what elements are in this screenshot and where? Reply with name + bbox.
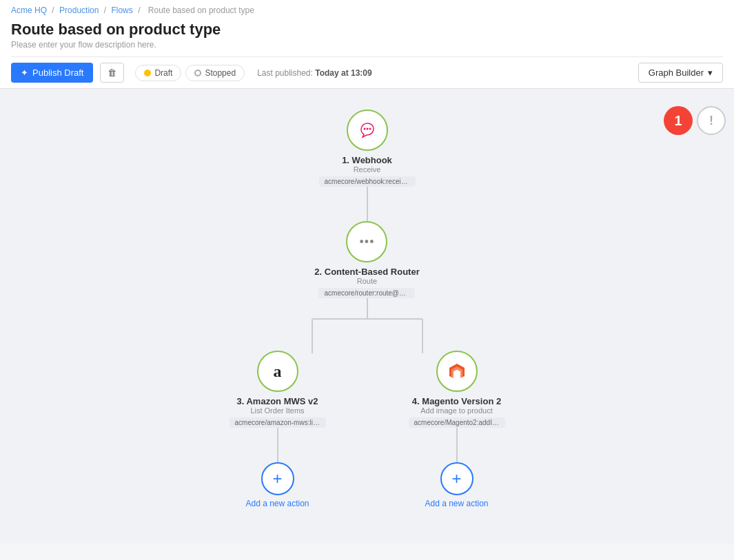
node-circle-router[interactable]: •••: [346, 221, 387, 262]
branch-lines-svg: [257, 298, 478, 353]
graph-builder-button[interactable]: Graph Builder ▾: [638, 63, 723, 83]
stopped-dot: [194, 70, 201, 76]
node-tag-magento: acmecore/Magento2:addIm...: [409, 417, 505, 428]
breadcrumb-sep3: /: [138, 6, 140, 15]
exclamation-icon: !: [709, 114, 713, 128]
node-webhook: 1. Webhook Receive acmecore/webhook:rece…: [319, 110, 416, 187]
node-router: ••• 2. Content-Based Router Route acmeco…: [314, 221, 419, 298]
connector-amazon: [277, 428, 278, 462]
node-sublabel-router: Route: [357, 277, 377, 285]
breadcrumb-flows[interactable]: Flows: [111, 6, 132, 15]
flow-container: 1. Webhook Receive acmecore/webhook:rece…: [0, 89, 734, 508]
node-tag-amazon: acmecore/amazon-mws:list...: [230, 417, 326, 428]
router-dots-icon: •••: [360, 235, 375, 249]
breadcrumb: Acme HQ / Production / Flows / Route bas…: [11, 0, 723, 18]
alert-badge[interactable]: 1: [664, 106, 693, 135]
add-label-amazon: Add a new action: [245, 499, 309, 508]
add-action-amazon[interactable]: +: [261, 462, 294, 495]
branch-section: a 3. Amazon MWS v2 List Order Items acme…: [230, 298, 505, 508]
draft-badge: Draft: [135, 65, 181, 81]
chevron-down-icon: ▾: [708, 68, 713, 78]
plus-icon-magento: +: [451, 470, 461, 487]
node-label-webhook: 1. Webhook: [342, 155, 392, 165]
svg-point-2: [369, 128, 371, 130]
svg-point-1: [366, 128, 368, 130]
breadcrumb-sep1: /: [52, 6, 54, 15]
connector-1: [367, 187, 368, 221]
node-label-router: 2. Content-Based Router: [314, 267, 419, 277]
publish-draft-button[interactable]: ✦ Publish Draft: [11, 63, 93, 83]
amazon-letter-icon: a: [274, 362, 282, 381]
node-amazon: a 3. Amazon MWS v2 List Order Items acme…: [230, 351, 326, 508]
connector-magento: [456, 428, 458, 462]
canvas: 1 ! 1. Webhook Receive acmecore/webhook:…: [0, 89, 734, 543]
node-sublabel-amazon: List Order Items: [250, 406, 304, 415]
breadcrumb-production[interactable]: Production: [59, 6, 99, 15]
plus-icon-amazon: +: [272, 470, 282, 487]
last-published: Last published: Today at 13:09: [257, 68, 372, 78]
node-circle-magento[interactable]: [436, 351, 478, 392]
add-action-magento[interactable]: +: [440, 462, 473, 495]
breadcrumb-current: Route based on product type: [148, 6, 254, 15]
breadcrumb-acmehq[interactable]: Acme HQ: [11, 6, 47, 15]
node-circle-amazon[interactable]: a: [257, 351, 298, 392]
node-label-magento: 4. Magento Version 2: [412, 396, 501, 406]
node-magento: 4. Magento Version 2 Add image to produc…: [409, 351, 505, 508]
node-circle-webhook[interactable]: [347, 110, 388, 151]
node-tag-router: acmecore/router:route@efd...: [318, 288, 415, 298]
page-title: Route based on product type: [11, 18, 723, 40]
svg-point-0: [363, 128, 365, 130]
delete-button[interactable]: 🗑: [100, 63, 124, 83]
trash-icon: 🗑: [108, 68, 116, 78]
top-bar: Acme HQ / Production / Flows / Route bas…: [0, 0, 734, 89]
page-description: Please enter your flow description here.: [11, 40, 723, 56]
branch-container: a 3. Amazon MWS v2 List Order Items acme…: [230, 351, 505, 508]
publish-icon: ✦: [21, 68, 28, 78]
node-label-amazon: 3. Amazon MWS v2: [237, 396, 318, 406]
webhook-svg-icon: [357, 120, 378, 141]
node-sublabel-magento: Add image to product: [420, 406, 493, 415]
magento-svg-icon: [447, 361, 467, 382]
toolbar: ✦ Publish Draft 🗑 Draft Stopped Last pub…: [11, 56, 723, 88]
breadcrumb-sep2: /: [104, 6, 106, 15]
add-label-magento: Add a new action: [425, 499, 488, 508]
node-sublabel-webhook: Receive: [354, 165, 381, 174]
status-group: Draft Stopped: [135, 65, 245, 81]
stopped-badge: Stopped: [185, 65, 245, 81]
node-tag-webhook: acmecore/webhook:receive:...: [319, 176, 416, 187]
draft-dot: [144, 70, 151, 76]
info-badge[interactable]: !: [697, 106, 726, 135]
